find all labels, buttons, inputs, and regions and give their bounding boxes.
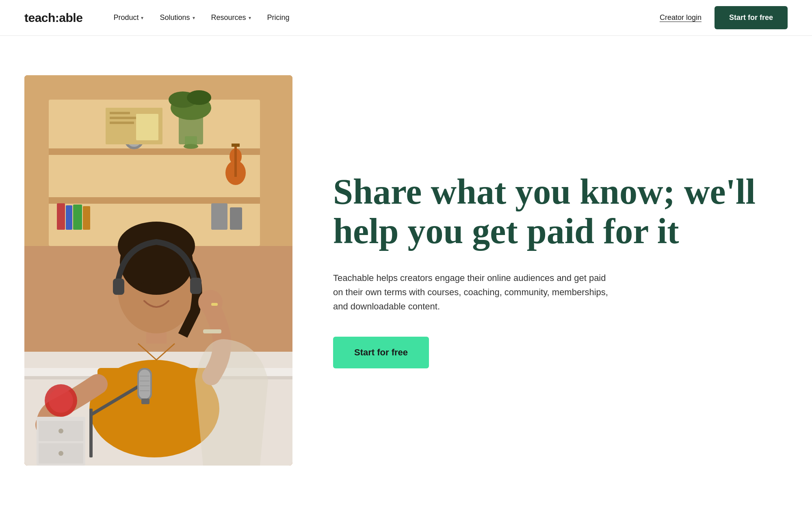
svg-rect-43: [211, 303, 218, 306]
nav-product-label: Product: [113, 13, 139, 22]
svg-rect-26: [211, 203, 227, 230]
start-free-hero-button[interactable]: Start for free: [333, 337, 429, 368]
svg-rect-21: [136, 114, 158, 140]
svg-rect-19: [110, 117, 138, 119]
nav-solutions-label: Solutions: [160, 13, 190, 22]
hero-image: [24, 75, 292, 466]
svg-rect-16: [232, 144, 240, 147]
nav-solutions[interactable]: Solutions ▾: [153, 10, 201, 25]
hero-subtext: Teachable helps creators engage their on…: [333, 271, 609, 314]
svg-point-59: [58, 451, 63, 456]
svg-rect-44: [203, 329, 221, 333]
nav-resources[interactable]: Resources ▾: [205, 10, 258, 25]
svg-rect-25: [83, 206, 90, 230]
svg-point-37: [161, 281, 172, 291]
svg-rect-38: [113, 279, 124, 295]
svg-rect-20: [110, 122, 134, 124]
creator-login-link[interactable]: Creator login: [660, 13, 702, 22]
nav-resources-label: Resources: [211, 13, 246, 22]
svg-rect-24: [73, 205, 82, 230]
svg-point-10: [184, 144, 198, 149]
logo[interactable]: teach:able: [24, 11, 82, 25]
svg-rect-40: [97, 368, 211, 425]
svg-point-36: [141, 282, 152, 292]
svg-rect-4: [49, 197, 260, 204]
hero-section: Share what you know; we'll help you get …: [0, 36, 812, 505]
main-nav: teach:able Product ▾ Solutions ▾ Resourc…: [0, 0, 812, 36]
svg-rect-3: [49, 148, 260, 155]
svg-rect-52: [141, 398, 149, 404]
svg-rect-27: [230, 207, 242, 230]
svg-point-54: [49, 388, 73, 413]
svg-point-42: [198, 290, 223, 314]
nav-product[interactable]: Product ▾: [107, 10, 150, 25]
svg-rect-23: [66, 205, 72, 230]
svg-rect-22: [57, 203, 65, 230]
svg-rect-18: [110, 112, 130, 114]
chevron-down-icon: ▾: [249, 15, 251, 21]
hero-heading: Share what you know; we'll help you get …: [333, 172, 771, 251]
svg-point-8: [187, 90, 211, 105]
chevron-down-icon: ▾: [193, 15, 195, 21]
svg-rect-39: [190, 278, 201, 294]
hero-content: Share what you know; we'll help you get …: [325, 156, 788, 384]
chevron-down-icon: ▾: [141, 15, 143, 21]
hero-image-svg: [24, 75, 292, 466]
nav-pricing[interactable]: Pricing: [261, 10, 296, 25]
svg-rect-15: [234, 144, 237, 177]
svg-point-58: [58, 429, 63, 433]
start-free-nav-button[interactable]: Start for free: [715, 6, 788, 29]
nav-pricing-label: Pricing: [267, 13, 290, 22]
nav-links: Product ▾ Solutions ▾ Resources ▾ Pricin…: [107, 10, 660, 25]
svg-rect-45: [89, 409, 93, 457]
nav-right: Creator login Start for free: [660, 6, 788, 29]
svg-rect-47: [139, 370, 150, 399]
